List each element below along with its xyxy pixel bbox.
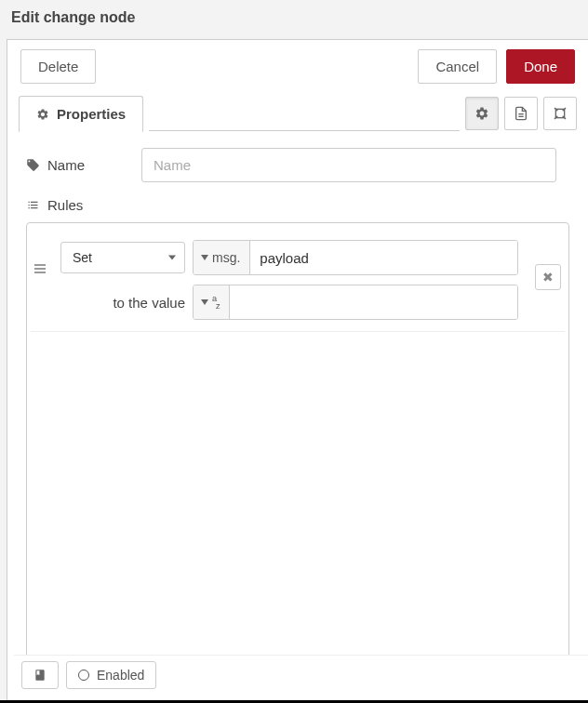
rules-label: Rules [26, 197, 569, 213]
svg-rect-8 [34, 268, 46, 270]
action-bar: Delete Cancel Done [7, 40, 588, 93]
name-row: Name [26, 148, 569, 182]
form-area: Name Rules [7, 131, 588, 700]
string-type-icon: az [212, 294, 220, 311]
type-selector-msg[interactable]: msg. [194, 241, 250, 274]
rule-item: Set msg. [31, 227, 565, 332]
description-tab-button[interactable] [504, 97, 538, 130]
dialog-body: Delete Cancel Done Properties [7, 39, 588, 700]
cancel-button[interactable]: Cancel [418, 49, 497, 84]
property-typed-input[interactable]: msg. [193, 240, 518, 275]
gear-icon [36, 108, 49, 121]
circle-icon [78, 670, 89, 681]
book-icon [33, 669, 47, 682]
docs-button[interactable] [21, 661, 59, 689]
done-button[interactable]: Done [506, 49, 575, 84]
expand-icon [553, 106, 568, 121]
rules-container: Set msg. [26, 222, 569, 691]
rule-action-select[interactable]: Set [60, 242, 185, 273]
to-value-label: to the value [60, 295, 185, 311]
drag-handle[interactable] [34, 240, 53, 273]
svg-rect-9 [34, 272, 46, 273]
tabs-row: Properties [7, 95, 588, 131]
tab-label: Properties [57, 106, 126, 122]
footer-bar: Enabled [14, 655, 588, 695]
close-icon: ✖ [542, 270, 554, 285]
value-field[interactable] [230, 285, 517, 319]
name-input[interactable] [141, 148, 556, 182]
document-icon [514, 106, 528, 121]
rules-list: Set msg. [31, 227, 565, 657]
tab-properties[interactable]: Properties [19, 96, 143, 132]
enabled-toggle[interactable]: Enabled [66, 661, 156, 689]
value-typed-input[interactable]: az [193, 285, 518, 320]
type-selector-string[interactable]: az [194, 285, 230, 319]
settings-tab-button[interactable] [465, 97, 499, 130]
delete-button[interactable]: Delete [20, 49, 96, 84]
svg-rect-7 [34, 264, 46, 266]
property-field[interactable] [250, 241, 517, 274]
caret-down-icon [201, 255, 208, 260]
gear-icon [474, 106, 489, 121]
dialog-title: Edit change node [0, 0, 588, 35]
delete-rule-button[interactable]: ✖ [535, 264, 561, 290]
name-label: Name [26, 157, 128, 173]
list-icon [26, 198, 40, 212]
tag-icon [26, 158, 40, 172]
appearance-tab-button[interactable] [543, 97, 577, 130]
caret-down-icon [201, 299, 208, 305]
